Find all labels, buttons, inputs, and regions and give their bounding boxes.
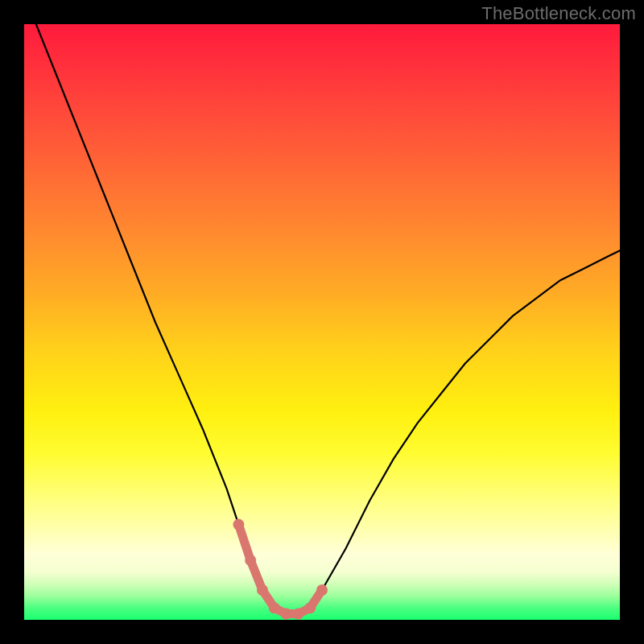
chart-frame: TheBottleneck.com <box>0 0 644 644</box>
plot-area <box>24 24 620 620</box>
optimal-point <box>245 555 256 566</box>
watermark-text: TheBottleneck.com <box>481 3 636 24</box>
bottleneck-curve <box>36 24 620 614</box>
optimal-point <box>292 609 303 620</box>
optimal-point <box>316 584 328 596</box>
optimal-point <box>269 602 280 613</box>
optimal-range-highlight <box>238 525 322 614</box>
optimal-point <box>281 609 292 620</box>
optimal-point <box>257 584 268 596</box>
optimal-point <box>304 602 316 613</box>
curve-svg <box>24 24 620 620</box>
optimal-range-dots <box>233 519 328 620</box>
optimal-point <box>233 519 244 530</box>
